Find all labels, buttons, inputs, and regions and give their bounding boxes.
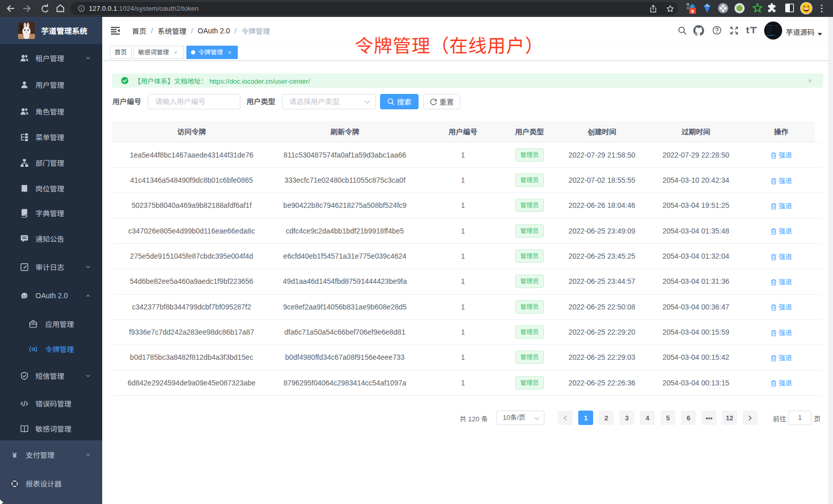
svg-text:¥: ¥ — [12, 451, 17, 459]
svg-text:9: 9 — [691, 9, 694, 14]
